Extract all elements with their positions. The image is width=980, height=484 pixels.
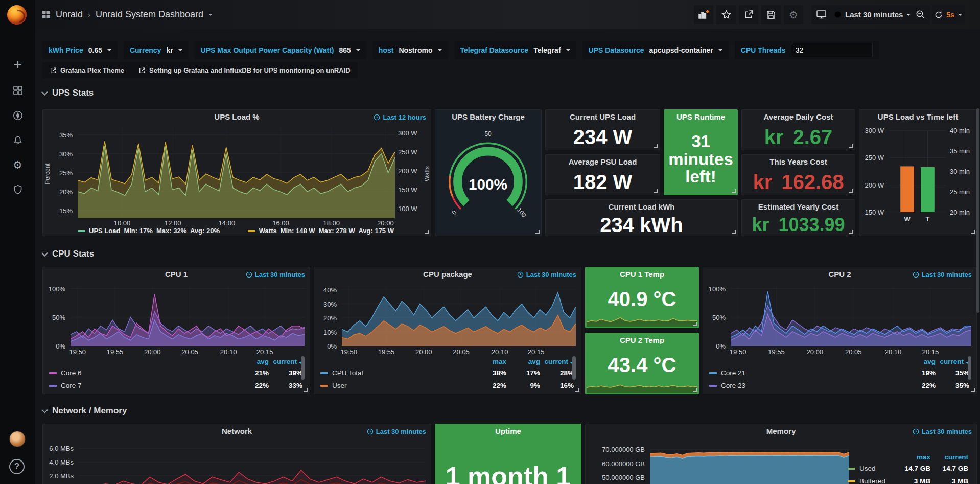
- variable-telegraf-datasource[interactable]: Telegraf Datasource Telegraf: [454, 41, 576, 59]
- panel-title[interactable]: Average PSU Load: [546, 155, 660, 169]
- panel-time-override[interactable]: Last 30 minutes: [517, 271, 576, 279]
- variable-currency[interactable]: Currency kr: [124, 41, 189, 59]
- panel-time-override[interactable]: Last 30 minutes: [246, 271, 305, 279]
- panel-average-psu-load: Average PSU Load 182 W: [545, 154, 660, 195]
- row-header-network-memory[interactable]: Network / Memory: [42, 406, 127, 416]
- y-axis-ticks-left: 70.000000 GB60.000000 GB50.000000 GB: [588, 442, 647, 484]
- timeseries-chart[interactable]: [71, 286, 305, 346]
- clock-icon: [517, 271, 524, 278]
- legend-item-ups-load[interactable]: UPS LoadMin: 17% Max: 32% Avg: 20%: [78, 227, 220, 235]
- y-axis-ticks-left: 35%30%25%20%15%: [52, 127, 75, 218]
- dropdown-caret-icon: [718, 49, 722, 51]
- help-icon[interactable]: ?: [9, 459, 25, 474]
- settings-gear-button[interactable]: ⚙: [784, 5, 803, 24]
- panel-title[interactable]: UPS Battery Charge: [435, 110, 541, 124]
- configuration-gear-icon[interactable]: ⚙: [0, 154, 35, 176]
- timeseries-chart[interactable]: [731, 286, 971, 346]
- legend-table: maxcurrent Used14.7 GB14.7 GB Buffered3 …: [848, 452, 968, 484]
- dashboards-icon[interactable]: [0, 79, 35, 102]
- grafana-logo[interactable]: [7, 5, 27, 25]
- timeseries-chart[interactable]: [650, 442, 849, 484]
- panel-time-override[interactable]: Last 30 minutes: [367, 428, 426, 435]
- page-title[interactable]: Unraid System Dashboard: [96, 9, 203, 20]
- legend-col-current[interactable]: current: [540, 358, 574, 365]
- legend-scrollbar[interactable]: [572, 356, 576, 380]
- refresh-interval-label[interactable]: 5s: [946, 11, 954, 19]
- legend-col-avg[interactable]: avg: [902, 358, 936, 365]
- dropdown-caret-icon: [178, 49, 182, 51]
- panel-cpu1-temp: CPU 1 Temp 40.9 °C: [585, 267, 699, 328]
- panel-time-override[interactable]: Last 30 minutes: [913, 271, 972, 279]
- legend-scrollbar[interactable]: [301, 356, 305, 380]
- add-panel-button[interactable]: [694, 5, 713, 24]
- x-axis-ticks: 19:5019:5520:0020:0520:1020:15: [342, 347, 576, 354]
- legend-item-watts[interactable]: WattsMin: 148 W Max: 278 W Avg: 175 W: [248, 227, 394, 235]
- panel-title[interactable]: Current Load kWh: [546, 200, 737, 214]
- row-header-cpu-stats[interactable]: CPU Stats: [42, 249, 94, 259]
- panel-title[interactable]: Average Daily Cost: [742, 110, 855, 124]
- panel-time-override[interactable]: Last 30 minutes: [913, 428, 972, 435]
- add-icon[interactable]: [0, 54, 35, 76]
- y-axis-ticks-left: 100%50%0%: [706, 286, 728, 346]
- legend-col-current[interactable]: current: [936, 358, 969, 365]
- legend-scrollbar[interactable]: [968, 356, 971, 380]
- cpu-threads-input[interactable]: [791, 43, 873, 57]
- timeseries-chart[interactable]: [78, 127, 395, 218]
- legend-col-max[interactable]: max: [473, 358, 506, 365]
- breadcrumb-app[interactable]: Unraid: [56, 9, 83, 20]
- variable-cpu-threads: CPU Threads: [735, 41, 879, 59]
- breadcrumb: Unraid › Unraid System Dashboard: [42, 0, 213, 29]
- legend-row: CPU Total38%17%28%: [320, 366, 574, 379]
- link-grafana-influxdb-ups-guide[interactable]: Setting up Grafana and InfluxDB for UPS …: [138, 66, 351, 74]
- star-button[interactable]: [716, 5, 736, 24]
- panel-title[interactable]: Current UPS Load: [546, 110, 660, 124]
- server-admin-shield-icon[interactable]: [0, 178, 35, 201]
- clock-icon: [374, 114, 380, 121]
- legend-col-max[interactable]: max: [893, 453, 930, 461]
- stat-value: 43.4 °C: [608, 354, 676, 377]
- panel-title[interactable]: Estimated Yearly Cost: [742, 200, 855, 214]
- panel-title[interactable]: UPS Load vs Time left: [859, 110, 976, 124]
- legend-col-current[interactable]: current: [269, 358, 302, 365]
- link-grafana-plex-theme[interactable]: Grafana Plex Theme: [50, 66, 124, 74]
- panel-time-override[interactable]: Last 12 hours: [374, 113, 426, 121]
- variable-kwh-price[interactable]: kWh Price 0.65: [42, 41, 118, 59]
- panel-title[interactable]: CPU 1 Temp: [586, 267, 698, 282]
- user-avatar[interactable]: [9, 431, 26, 447]
- variable-ups-datasource[interactable]: UPS Datasource apcupsd-container: [582, 41, 729, 59]
- legend-col-avg[interactable]: avg: [235, 358, 269, 365]
- row-header-ups-stats[interactable]: UPS Stats: [42, 88, 94, 98]
- share-button[interactable]: [739, 5, 758, 24]
- timeseries-chart[interactable]: [342, 286, 576, 346]
- panel-title[interactable]: CPU 2 Temp: [586, 333, 698, 348]
- save-button[interactable]: [761, 5, 781, 24]
- refresh-button[interactable]: 5s: [932, 5, 965, 24]
- zoom-out-button[interactable]: [911, 5, 930, 24]
- variable-host[interactable]: host Nostromo: [372, 41, 448, 59]
- legend-row: Buffered3 MB3 MB: [848, 475, 968, 484]
- explore-compass-icon[interactable]: [0, 104, 35, 127]
- panel-cpu2: CPU 2 Last 30 minutes 100%50%0% 19:5019:…: [703, 267, 977, 394]
- page-scrollbar[interactable]: [976, 108, 979, 313]
- variable-ups-max-output[interactable]: UPS Max Output Power Capacity (Watt) 865: [195, 41, 366, 59]
- legend-col-avg[interactable]: avg: [506, 358, 540, 365]
- legend-table: maxavgcurrent CPU Total38%17%28% User22%…: [320, 356, 574, 392]
- panel-network: Network Last 30 minutes 6.0 MBs4.0 MBs2.…: [42, 424, 431, 484]
- stat-value: 182 W: [573, 171, 633, 194]
- breadcrumb-separator: ›: [88, 10, 90, 19]
- time-range-picker[interactable]: Last 30 minutes: [828, 5, 917, 24]
- legend-row: Core 2322%35%: [709, 379, 969, 392]
- panel-cpu1: CPU 1 Last 30 minutes 100%50%0% 19:5019:…: [42, 267, 310, 394]
- panel-title[interactable]: UPS Load %: [43, 110, 431, 124]
- panel-title[interactable]: UPS Runtime: [664, 110, 737, 124]
- bar-chart[interactable]: [889, 130, 946, 212]
- timeseries-chart[interactable]: [79, 442, 426, 484]
- sparkline: [587, 313, 697, 327]
- panel-title[interactable]: This Years Cost: [742, 155, 855, 169]
- legend-col-current[interactable]: current: [930, 453, 968, 461]
- alerting-bell-icon[interactable]: [0, 129, 35, 152]
- panel-estimated-yearly-cost: Estimated Yearly Cost kr1033.99: [741, 199, 855, 236]
- title-caret-icon[interactable]: [208, 14, 213, 16]
- panel-title[interactable]: Uptime: [435, 424, 581, 439]
- clock-icon: [246, 271, 252, 278]
